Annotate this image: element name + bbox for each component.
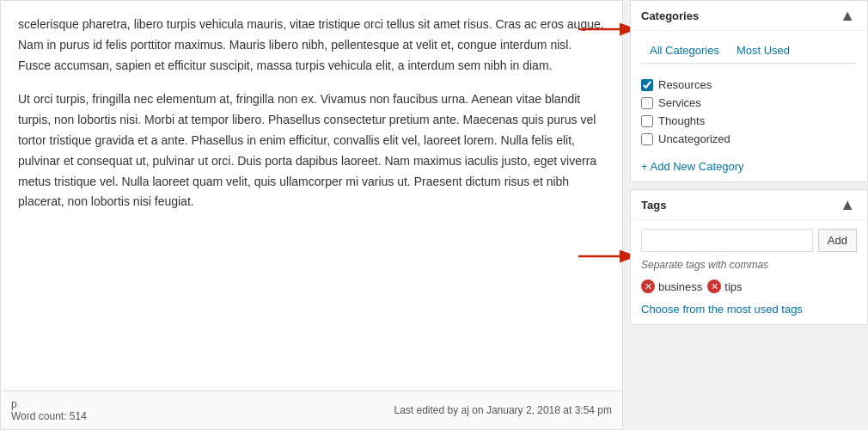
editor-content[interactable]: scelerisque pharetra, libero turpis vehi…: [1, 1, 622, 390]
tags-widget-header[interactable]: Tags ▲: [631, 190, 867, 220]
add-new-category-link[interactable]: + Add New Category: [641, 160, 744, 173]
tags-title: Tags: [641, 199, 666, 212]
category-checkbox-uncategorized[interactable]: [641, 133, 653, 145]
editor-paragraph-1: scelerisque pharetra, libero turpis vehi…: [18, 15, 605, 76]
tag-label-tips: tips: [724, 280, 742, 293]
tags-input[interactable]: [641, 229, 813, 252]
tab-all-categories[interactable]: All Categories: [641, 40, 728, 63]
word-count-value: 514: [70, 410, 87, 422]
tags-list: ✕ business ✕ tips: [641, 280, 857, 293]
tag-item-business: ✕ business: [641, 280, 702, 293]
categories-widget-header[interactable]: Categories ▲: [631, 1, 867, 31]
tag-remove-business-icon[interactable]: ✕: [641, 280, 655, 293]
footer-left-section: p Word count: 514: [11, 398, 87, 422]
category-checkbox-resources[interactable]: [641, 79, 653, 91]
category-checkbox-services[interactable]: [641, 97, 653, 109]
category-tabs: All Categories Most Used: [641, 40, 857, 64]
categories-widget: Categories ▲ All Categories Most Used Re…: [630, 0, 868, 182]
tag-remove-tips-icon[interactable]: ✕: [707, 280, 721, 293]
category-label-uncategorized: Uncategorized: [658, 132, 730, 145]
categories-title: Categories: [641, 9, 699, 22]
editor-footer: p Word count: 514 Last edited by aj on J…: [1, 390, 622, 429]
word-count-label: Word count:: [11, 410, 66, 422]
categories-widget-body: All Categories Most Used Resources Servi…: [631, 31, 867, 181]
tags-widget: Tags ▲ Add Separate tags with commas ✕ b…: [630, 189, 868, 325]
editor-panel: scelerisque pharetra, libero turpis vehi…: [0, 0, 623, 430]
category-list: Resources Services Thoughts Uncategorize…: [641, 72, 857, 151]
tags-add-button[interactable]: Add: [818, 229, 857, 252]
sidebar-panel: Categories ▲ All Categories Most Used Re…: [623, 0, 868, 430]
category-item-resources: Resources: [641, 76, 857, 94]
tag-item-tips: ✕ tips: [707, 280, 742, 293]
choose-most-used-tags-link[interactable]: Choose from the most used tags: [641, 303, 803, 316]
category-item-uncategorized: Uncategorized: [641, 130, 857, 148]
editor-paragraph-2: Ut orci turpis, fringilla nec elementum …: [18, 89, 605, 212]
tab-most-used[interactable]: Most Used: [728, 40, 798, 63]
category-label-thoughts: Thoughts: [658, 114, 705, 127]
category-label-resources: Resources: [658, 78, 712, 91]
footer-edit-info: Last edited by aj on January 2, 2018 at …: [394, 404, 612, 416]
tag-label-business: business: [658, 280, 702, 293]
tags-input-row: Add: [641, 229, 857, 252]
tags-hint: Separate tags with commas: [641, 259, 857, 271]
categories-collapse-button[interactable]: ▲: [838, 8, 857, 23]
category-item-services: Services: [641, 94, 857, 112]
footer-tag-indicator: p: [11, 398, 17, 410]
category-checkbox-thoughts[interactable]: [641, 115, 653, 127]
tags-collapse-button[interactable]: ▲: [838, 197, 857, 212]
category-item-thoughts: Thoughts: [641, 112, 857, 130]
tags-widget-body: Add Separate tags with commas ✕ business…: [631, 220, 867, 324]
category-label-services: Services: [658, 96, 701, 109]
